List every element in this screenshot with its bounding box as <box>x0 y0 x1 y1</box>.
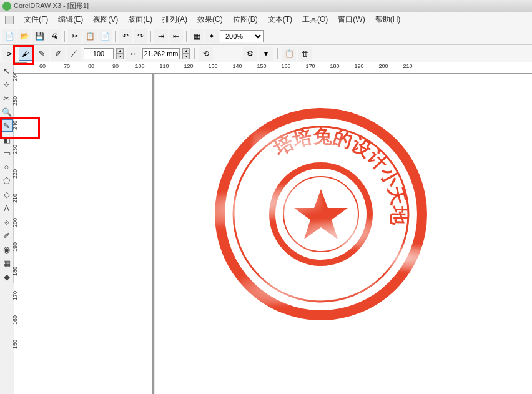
ruler-tick: 150 <box>257 63 266 69</box>
zoom-select[interactable]: 200% <box>220 30 264 42</box>
nib-size-spinner[interactable]: ▴▾ <box>116 48 124 59</box>
ruler-tick: 150 <box>12 337 18 349</box>
ruler-tick: 70 <box>64 63 70 69</box>
ruler-corner[interactable] <box>14 62 27 74</box>
welcome-button[interactable]: ✦ <box>205 29 219 43</box>
polygon-tool[interactable]: ⬠ <box>1 174 13 187</box>
dimension-spinner[interactable]: ▴▾ <box>182 48 190 59</box>
menu-编辑e[interactable]: 编辑(E) <box>53 13 88 26</box>
prop-btn-6[interactable]: ⟲ <box>199 47 213 61</box>
freehand-tool[interactable]: ✎ <box>1 119 13 132</box>
ruler-tick: 160 <box>281 63 290 69</box>
menu-帮助h[interactable]: 帮助(H) <box>370 13 406 26</box>
menu-版面l[interactable]: 版面(L) <box>123 13 157 26</box>
menu-排列a[interactable]: 排列(A) <box>157 13 192 26</box>
print-button[interactable]: 🖨 <box>47 29 61 43</box>
property-bar: ⊳ 🖌 ✎ ✐ ／ ▴▾ ↔ ▴▾ ⟲ ⚙ ▾ 📋 🗑 <box>0 45 532 62</box>
interactive-fill-tool[interactable]: ◆ <box>1 270 13 283</box>
page-boundary <box>152 74 154 394</box>
menu-位图b[interactable]: 位图(B) <box>228 13 263 26</box>
rectangle-tool[interactable]: ▭ <box>1 147 13 159</box>
interactive-blend-tool[interactable]: ⟐ <box>1 215 13 228</box>
ruler-tick: 90 <box>112 63 119 69</box>
vertical-ruler[interactable]: 260250240230220210200190180170160150 <box>14 74 27 394</box>
ruler-tick: 240 <box>12 117 18 130</box>
zoom-tool[interactable]: 🔍 <box>1 106 13 118</box>
standard-toolbar: 📄 📂 💾 🖨 ✂ 📋 📄 ↶ ↷ ⇥ ⇤ ▦ ✦ 200% <box>0 27 532 45</box>
ruler-tick: 180 <box>330 63 339 69</box>
ruler-tick: 60 <box>39 63 46 69</box>
basic-shapes-tool[interactable]: ◇ <box>1 188 13 200</box>
ruler-tick: 110 <box>159 63 169 69</box>
nib-size-input[interactable] <box>84 48 114 59</box>
new-button[interactable]: 📄 <box>2 29 16 43</box>
export-button[interactable]: ⇤ <box>169 29 183 43</box>
menu-文本t[interactable]: 文本(T) <box>263 13 297 26</box>
smudge-preset-button[interactable]: 🖌 <box>19 47 32 61</box>
window-title: CorelDRAW X3 - [图形1] <box>14 1 89 11</box>
copy-button[interactable]: 📋 <box>83 29 97 43</box>
ruler-tick: 170 <box>305 63 315 69</box>
dimension-input[interactable] <box>142 48 180 59</box>
text-tool[interactable]: A <box>1 202 13 214</box>
ruler-tick: 100 <box>135 63 144 69</box>
ruler-tick: 180 <box>12 263 18 276</box>
ruler-tick: 190 <box>12 239 18 252</box>
smart-fill-tool[interactable]: ◧ <box>1 133 13 145</box>
menu-效果c[interactable]: 效果(C) <box>192 13 228 26</box>
prop-dropdown-button[interactable]: ▾ <box>259 47 273 61</box>
save-button[interactable]: 💾 <box>32 29 46 43</box>
menu-视图v[interactable]: 视图(V) <box>88 13 123 26</box>
ruler-tick: 230 <box>12 142 18 154</box>
menu-工具o[interactable]: 工具(O) <box>297 13 333 26</box>
prop-delete-button[interactable]: 🗑 <box>298 47 312 61</box>
app-launcher-button[interactable]: ▦ <box>190 29 204 43</box>
ruler-tick: 210 <box>12 190 18 203</box>
ruler-tick: 200 <box>12 215 18 227</box>
prop-btn-1[interactable]: ⊳ <box>2 47 16 61</box>
ruler-tick: 120 <box>184 63 193 69</box>
redo-button[interactable]: ↷ <box>134 29 147 43</box>
ruler-tick: 220 <box>12 166 18 179</box>
horizontal-ruler[interactable]: 6070809010011012013014015016017018019020… <box>27 62 532 74</box>
app-icon <box>2 2 11 11</box>
ruler-tick: 170 <box>12 288 18 300</box>
eyedropper-tool[interactable]: ✐ <box>1 229 13 242</box>
undo-button[interactable]: ↶ <box>119 29 132 43</box>
canvas[interactable]: 培培兔的设计小天地 <box>27 74 532 394</box>
ruler-tick: 80 <box>88 63 94 69</box>
pick-tool[interactable]: ↖ <box>1 64 13 77</box>
titlebar: CorelDRAW X3 - [图形1] <box>0 0 532 12</box>
ellipse-tool[interactable]: ○ <box>1 160 13 173</box>
open-button[interactable]: 📂 <box>17 29 31 43</box>
ruler-tick: 190 <box>354 63 363 69</box>
outline-tool[interactable]: ◉ <box>1 243 13 255</box>
prop-copy-button[interactable]: 📋 <box>282 47 296 61</box>
prop-btn-4[interactable]: ✐ <box>51 47 65 61</box>
prop-btn-3[interactable]: ✎ <box>35 47 49 61</box>
paste-button[interactable]: 📄 <box>98 29 112 43</box>
ruler-tick: 160 <box>12 312 18 325</box>
ruler-tick: 130 <box>208 63 217 69</box>
menubar: 文件(F)编辑(E)视图(V)版面(L)排列(A)效果(C)位图(B)文本(T)… <box>0 12 532 27</box>
system-menu-icon[interactable] <box>5 16 14 24</box>
ruler-tick: 200 <box>378 63 388 69</box>
shape-tool[interactable]: ✧ <box>1 78 13 91</box>
dimension-icon: ↔ <box>126 47 140 61</box>
ruler-tick: 210 <box>403 63 412 69</box>
stamp-artwork[interactable]: 培培兔的设计小天地 <box>215 108 427 320</box>
prop-btn-5[interactable]: ／ <box>67 47 81 61</box>
ruler-tick: 250 <box>12 93 18 106</box>
cut-button[interactable]: ✂ <box>68 29 82 43</box>
import-button[interactable]: ⇥ <box>154 29 168 43</box>
crop-tool[interactable]: ✂ <box>1 92 13 104</box>
menu-窗口w[interactable]: 窗口(W) <box>333 13 370 26</box>
ruler-tick: 140 <box>232 63 242 69</box>
fill-tool[interactable]: ▦ <box>1 257 13 269</box>
menu-文件f[interactable]: 文件(F) <box>19 13 53 26</box>
prop-gear-button[interactable]: ⚙ <box>243 47 257 61</box>
